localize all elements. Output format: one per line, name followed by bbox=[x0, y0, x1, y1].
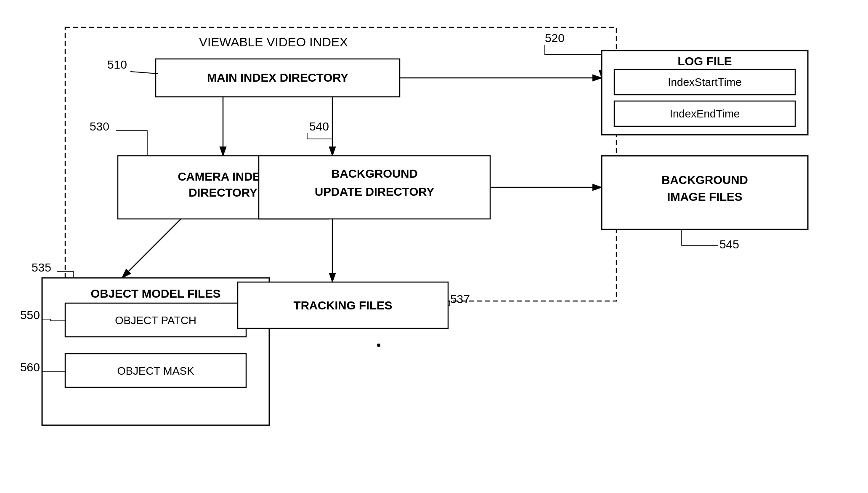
camera-index-label2: DIRECTORY bbox=[188, 186, 257, 199]
object-model-title: OBJECT MODEL FILES bbox=[90, 287, 220, 300]
object-mask-label: OBJECT MASK bbox=[117, 365, 194, 377]
object-patch-label: OBJECT PATCH bbox=[115, 314, 196, 327]
bg-image-label2: IMAGE FILES bbox=[667, 190, 743, 203]
tracking-files-label: TRACKING FILES bbox=[294, 299, 393, 312]
ref-530: 530 bbox=[90, 120, 109, 133]
bg-image-label1: BACKGROUND bbox=[661, 173, 748, 187]
log-file-title: LOG FILE bbox=[677, 55, 732, 68]
log-index-end: IndexEndTime bbox=[670, 107, 740, 120]
arrow-camera-to-object bbox=[122, 219, 181, 278]
main-index-label: MAIN INDEX DIRECTORY bbox=[207, 71, 348, 84]
ref-510: 510 bbox=[107, 58, 127, 71]
ref-535: 535 bbox=[32, 261, 51, 274]
ref-560: 560 bbox=[20, 361, 40, 374]
log-index-start: IndexStartTime bbox=[668, 76, 741, 88]
ref-540: 540 bbox=[309, 120, 329, 133]
ref-545: 545 bbox=[719, 238, 739, 251]
camera-index-label1: CAMERA INDEX bbox=[178, 170, 268, 183]
bg-update-label2: UPDATE DIRECTORY bbox=[315, 185, 434, 198]
diagram-container: VIEWABLE VIDEO INDEX MAIN INDEX DIRECTOR… bbox=[0, 0, 868, 493]
ref-550: 550 bbox=[20, 309, 40, 322]
viewable-video-index-title: VIEWABLE VIDEO INDEX bbox=[199, 35, 348, 49]
ref-520: 520 bbox=[545, 32, 565, 45]
svg-point-6 bbox=[377, 344, 380, 347]
bg-update-label1: BACKGROUND bbox=[331, 167, 417, 180]
ref-537: 537 bbox=[450, 293, 470, 306]
svg-line-1 bbox=[130, 72, 158, 74]
